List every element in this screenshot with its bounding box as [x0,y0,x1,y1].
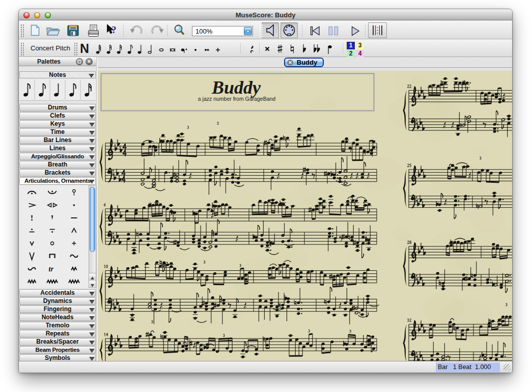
svg-text:a jazz number from GarageBand: a jazz number from GarageBand [198,96,275,102]
svg-text:Buddy: Buddy [211,77,261,98]
svg-text:tr: tr [49,265,54,273]
